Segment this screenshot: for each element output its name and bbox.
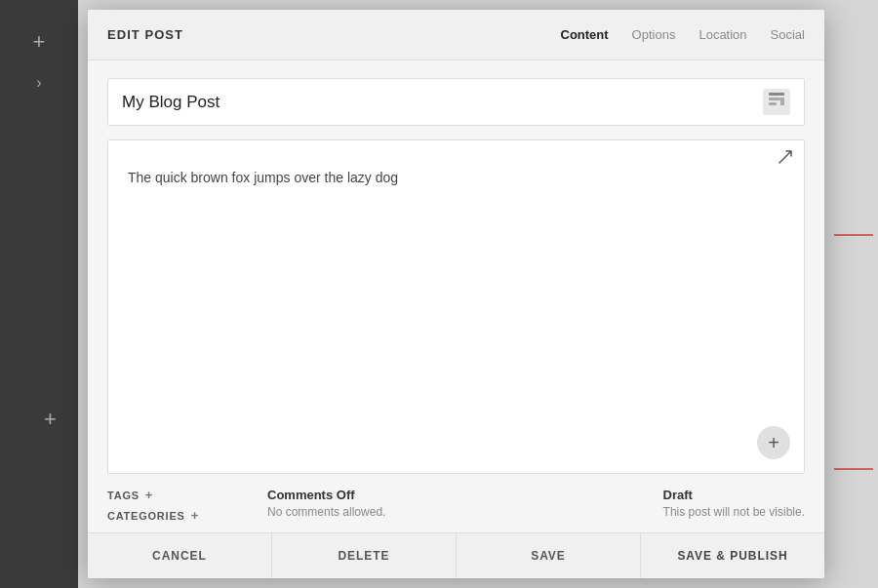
meta-bar: TAGS + CATEGORIES + Comments Off No comm…	[88, 474, 824, 532]
sidebar-add-bottom-icon[interactable]: +	[44, 407, 57, 432]
modal-tabs: Content Options Location Social	[561, 23, 806, 46]
svg-rect-2	[769, 102, 777, 105]
modal-body: The quick brown fox jumps over the lazy …	[88, 60, 824, 474]
save-button[interactable]: SAVE	[457, 533, 641, 578]
categories-item[interactable]: CATEGORIES +	[107, 508, 199, 523]
add-content-button[interactable]: +	[757, 426, 790, 459]
tab-social[interactable]: Social	[771, 23, 805, 46]
save-publish-button[interactable]: SAVE & PUBLISH	[641, 533, 824, 578]
sidebar-arrow-icon[interactable]: ›	[36, 74, 41, 92]
delete-button[interactable]: DELETE	[272, 533, 457, 578]
tab-content[interactable]: Content	[561, 23, 609, 46]
title-icon[interactable]	[763, 89, 790, 115]
categories-add-icon[interactable]: +	[191, 508, 199, 523]
svg-rect-0	[769, 93, 784, 96]
svg-rect-1	[769, 98, 780, 100]
tags-add-icon[interactable]: +	[145, 488, 153, 502]
categories-label: CATEGORIES	[107, 510, 185, 522]
modal-title: EDIT POST	[107, 27, 183, 42]
post-title-row	[107, 78, 805, 126]
comments-section: Comments Off No comments allowed.	[228, 488, 615, 519]
cancel-button[interactable]: CANCEL	[88, 533, 272, 578]
content-area: The quick brown fox jumps over the lazy …	[107, 139, 805, 474]
red-line-top	[834, 234, 873, 236]
tags-categories: TAGS + CATEGORIES +	[107, 488, 199, 523]
tab-options[interactable]: Options	[632, 23, 676, 46]
left-sidebar: + ›	[0, 0, 78, 588]
tags-label: TAGS	[107, 490, 140, 501]
comments-label: Comments Off	[267, 488, 615, 502]
post-title-input[interactable]	[122, 93, 763, 112]
svg-rect-3	[780, 98, 784, 105]
edit-post-modal: EDIT POST Content Options Location Socia…	[88, 10, 824, 578]
modal-header: EDIT POST Content Options Location Socia…	[88, 10, 824, 60]
draft-desc: This post will not be visible.	[663, 505, 805, 519]
expand-icon[interactable]	[778, 150, 792, 167]
draft-section: Draft This post will not be visible.	[644, 488, 805, 519]
modal-footer: CANCEL DELETE SAVE SAVE & PUBLISH	[88, 532, 824, 578]
draft-label: Draft	[663, 488, 805, 502]
tags-item[interactable]: TAGS +	[107, 488, 199, 502]
tab-location[interactable]: Location	[698, 23, 746, 46]
comments-desc: No comments allowed.	[267, 505, 615, 519]
sidebar-add-icon[interactable]: +	[33, 29, 46, 55]
red-line-bottom	[834, 468, 873, 470]
content-body-text: The quick brown fox jumps over the lazy …	[108, 140, 804, 202]
